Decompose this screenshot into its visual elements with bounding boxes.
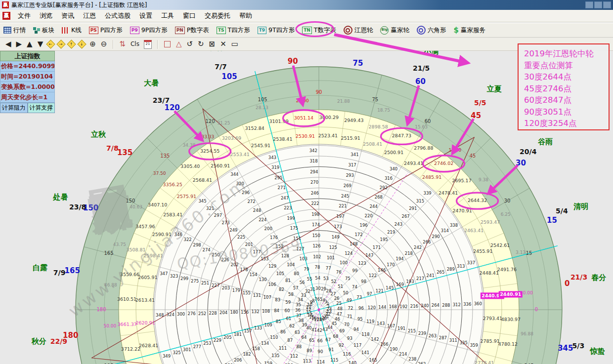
svg-text:87: 87: [287, 338, 293, 343]
menu-item-4[interactable]: 公式选股: [100, 11, 135, 20]
svg-text:124: 124: [345, 251, 352, 256]
cls-button[interactable]: Cls: [131, 40, 139, 48]
svg-text:157: 157: [244, 328, 252, 333]
info-row-1: 时间=20190104: [0, 72, 55, 82]
svg-text:2613.41: 2613.41: [135, 297, 155, 303]
toolbar-item-赢家轮[interactable]: Big赢家轮: [380, 26, 409, 35]
svg-text:220: 220: [365, 213, 373, 218]
svg-text:9.38: 9.38: [479, 177, 488, 182]
maximize-button[interactable]: [594, 1, 602, 8]
rotate-cw-icon[interactable]: ↻: [198, 40, 204, 48]
svg-text:12.50: 12.50: [448, 148, 461, 153]
pan-down-icon[interactable]: ↓: [77, 40, 86, 48]
toolbar-item-P数字表[interactable]: PNP数字表: [175, 26, 209, 35]
pan-right-icon[interactable]: →: [56, 40, 65, 48]
svg-text:3457.96: 3457.96: [135, 224, 155, 229]
svg-text:243: 243: [394, 222, 402, 227]
svg-text:21/5: 21/5: [413, 64, 430, 72]
menu-item-8[interactable]: 交易委托: [200, 11, 235, 20]
svg-text:349: 349: [163, 354, 171, 359]
svg-text:7: 7: [314, 297, 317, 302]
svg-text:3407.10: 3407.10: [148, 202, 167, 207]
nav-left-icon[interactable]: ◀: [5, 40, 11, 48]
svg-text:294: 294: [310, 169, 318, 174]
nav-up-icon[interactable]: ▲: [27, 40, 33, 48]
calc-support-button[interactable]: 计算支撑: [28, 103, 55, 113]
svg-text:111: 111: [279, 346, 287, 351]
toolbar-item-T数字表[interactable]: TNT数字表: [302, 26, 336, 35]
zoom-in-icon[interactable]: ⊕: [89, 40, 96, 48]
svg-text:65: 65: [309, 338, 314, 343]
svg-text:2593.47: 2593.47: [481, 219, 500, 225]
svg-text:103: 103: [300, 256, 307, 261]
menu-item-2[interactable]: 资讯: [57, 11, 79, 20]
toolbar-item-六角形[interactable]: 六角形: [417, 26, 446, 35]
rotate-ccw-icon[interactable]: ↺: [186, 40, 193, 48]
screen-icon[interactable]: ▭: [231, 40, 238, 48]
nav-right-icon[interactable]: ▶: [16, 40, 22, 48]
note-line-2: 30度2644点: [524, 71, 609, 83]
app-logo-icon: 赢: [2, 1, 9, 8]
calendar-icon[interactable]: 21: [144, 40, 152, 49]
svg-text:7/7: 7/7: [215, 63, 227, 71]
zoom-out-icon[interactable]: ⊖: [101, 40, 107, 48]
box-x-icon[interactable]: ⊠: [209, 40, 216, 48]
svg-text:299: 299: [180, 276, 188, 281]
svg-text:135: 135: [160, 153, 170, 159]
toolbar-item-9T四方形[interactable]: T99T四方形: [258, 26, 295, 35]
menu-item-0[interactable]: 文件: [13, 11, 35, 20]
note-line-1: 重要点位测算: [524, 60, 609, 72]
svg-text:秋分: 秋分: [31, 337, 46, 346]
menu-item-7[interactable]: 窗口: [178, 11, 200, 20]
pan-left-icon[interactable]: ←: [46, 40, 55, 48]
toolbar-item-赢家服务[interactable]: $赢家服务: [453, 26, 485, 35]
window-buttons[interactable]: [584, 1, 611, 8]
menu-item-9[interactable]: 帮助: [235, 11, 257, 20]
menu-item-5[interactable]: 设置: [135, 11, 157, 20]
svg-text:21.88: 21.88: [337, 99, 350, 104]
toolbar-item-行情[interactable]: 行情: [3, 26, 26, 35]
menu-item-6[interactable]: 工具: [157, 11, 178, 20]
svg-text:129: 129: [268, 264, 276, 269]
svg-text:89: 89: [306, 348, 312, 353]
svg-text:2538.41: 2538.41: [273, 136, 292, 142]
svg-text:241: 241: [427, 273, 435, 278]
svg-text:28.13: 28.13: [256, 105, 268, 110]
pan-up-icon[interactable]: ↑: [67, 40, 76, 48]
svg-text:360: 360: [474, 301, 482, 306]
toolbar-item-9P四方形[interactable]: P99P四方形: [130, 26, 168, 35]
rect-tool-icon[interactable]: [164, 41, 171, 47]
menu-item-1[interactable]: 浏览: [35, 11, 57, 20]
toolbar-item-板块[interactable]: 板块: [33, 26, 54, 35]
svg-text:2508.41: 2508.41: [363, 141, 382, 147]
triangle-tool-icon[interactable]: △: [176, 40, 182, 48]
toolbar-item-P四方形[interactable]: PSP四方形: [89, 26, 123, 35]
svg-text:340: 340: [390, 166, 397, 171]
svg-text:170: 170: [387, 262, 394, 267]
minimize-button[interactable]: [585, 1, 593, 8]
calc-resistance-button[interactable]: 计算阻力: [0, 103, 28, 113]
shrink-icon[interactable]: ✕: [220, 40, 226, 48]
svg-text:18.75: 18.75: [377, 108, 390, 113]
toolbar-item-江恩轮[interactable]: 江恩轮: [344, 26, 373, 35]
svg-text:73: 73: [356, 295, 362, 300]
svg-text:45: 45: [471, 111, 481, 120]
toolbar-item-T四方形[interactable]: TST四方形: [217, 26, 250, 35]
svg-text:104: 104: [287, 262, 295, 267]
svg-text:2478.41: 2478.41: [438, 190, 458, 196]
toolbar-item-K线[interactable]: K线: [62, 26, 82, 35]
close-button[interactable]: [603, 1, 611, 8]
svg-text:80: 80: [294, 271, 299, 276]
svg-text:102: 102: [313, 254, 321, 259]
svg-text:72: 72: [348, 306, 353, 311]
svg-text:91: 91: [329, 347, 334, 352]
updown-icon[interactable]: ⇅: [119, 40, 126, 48]
svg-text:2644.32: 2644.32: [468, 198, 487, 203]
svg-text:60: 60: [285, 308, 290, 313]
svg-text:5/5: 5/5: [474, 99, 486, 107]
menu-item-3[interactable]: 江恩: [79, 11, 100, 20]
svg-text:119: 119: [366, 319, 374, 324]
nav-down-icon[interactable]: ▼: [38, 40, 44, 48]
svg-text:88: 88: [296, 344, 302, 349]
svg-text:214: 214: [399, 352, 407, 357]
